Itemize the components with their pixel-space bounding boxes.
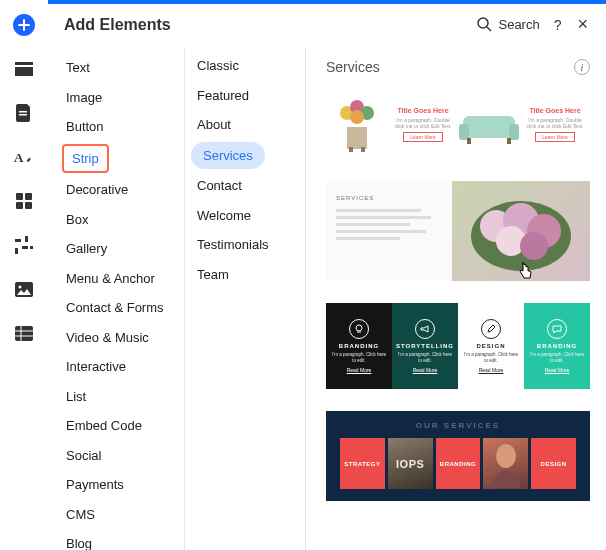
element-type-item[interactable]: Image <box>48 83 184 113</box>
paragraph: I'm a paragraph. Double click me or clic… <box>524 117 586 129</box>
title: Title Goes Here <box>397 107 448 114</box>
strip-category-item[interactable]: About <box>185 110 305 140</box>
chat-icon <box>547 319 567 339</box>
svg-rect-12 <box>15 326 33 341</box>
element-type-item[interactable]: Strip <box>62 144 109 174</box>
title: Title Goes Here <box>529 107 580 114</box>
svg-rect-4 <box>19 114 27 116</box>
placeholder-lines <box>336 209 442 240</box>
info-icon[interactable]: i <box>574 59 590 75</box>
element-type-item[interactable]: Menu & Anchor <box>48 264 184 294</box>
svg-point-11 <box>19 285 22 288</box>
strip-preview-4[interactable]: OUR SERVICES STRATEGY IOPS BRANDING DESI… <box>326 411 590 501</box>
element-type-item[interactable]: Decorative <box>48 175 184 205</box>
heading: OUR SERVICES <box>416 421 500 430</box>
link: Read More <box>413 367 438 373</box>
apps-icon[interactable] <box>13 190 35 212</box>
theme-icon[interactable]: A <box>13 146 35 168</box>
strip-category-item[interactable]: Testimonials <box>185 230 305 260</box>
tile-image: IOPS <box>388 438 433 489</box>
svg-point-38 <box>496 444 516 468</box>
svg-point-35 <box>520 232 548 260</box>
svg-rect-7 <box>25 193 32 200</box>
tile-image <box>483 438 528 489</box>
svg-point-36 <box>356 325 362 331</box>
element-type-list: TextImageButtonStripDecorativeBoxGallery… <box>48 47 184 550</box>
strip-preview-3[interactable]: BRANDING I'm a paragraph. Click here to … <box>326 303 590 389</box>
pencil-icon <box>481 319 501 339</box>
link: Read More <box>479 367 504 373</box>
strip-preview-1[interactable]: Title Goes Here I'm a paragraph. Double … <box>326 89 590 159</box>
strip-category-item[interactable]: Services <box>191 142 265 170</box>
media-icon[interactable] <box>13 278 35 300</box>
svg-rect-29 <box>507 138 511 144</box>
link: Read More <box>347 367 372 373</box>
svg-rect-18 <box>347 127 367 149</box>
section-icon[interactable] <box>13 58 35 80</box>
label: SERVICES <box>336 195 442 201</box>
svg-rect-19 <box>349 147 353 152</box>
svg-text:A: A <box>14 150 24 165</box>
svg-point-24 <box>350 110 364 124</box>
svg-rect-1 <box>15 62 33 65</box>
element-type-item[interactable]: Embed Code <box>48 411 184 441</box>
element-type-item[interactable]: Video & Music <box>48 323 184 353</box>
button: Learn More <box>403 132 443 142</box>
strip-category-item[interactable]: Contact <box>185 171 305 201</box>
page-icon[interactable] <box>13 102 35 124</box>
text: I'm a paragraph. Click here to edit. <box>528 352 586 364</box>
svg-rect-27 <box>509 124 519 140</box>
close-button[interactable]: × <box>575 14 590 35</box>
svg-rect-3 <box>19 111 27 113</box>
add-elements-panel: Add Elements Search ? × TextImageButtonS… <box>48 0 606 550</box>
svg-rect-28 <box>467 138 471 144</box>
element-type-item[interactable]: Social <box>48 441 184 471</box>
preview-image <box>326 89 388 159</box>
strip-category-list: ClassicFeaturedAboutServicesContactWelco… <box>185 47 305 550</box>
element-type-item[interactable]: Box <box>48 205 184 235</box>
left-tool-rail: A <box>0 0 48 550</box>
strip-category-item[interactable]: Team <box>185 260 305 290</box>
add-icon[interactable] <box>13 14 35 36</box>
search-label: Search <box>498 17 539 32</box>
svg-rect-26 <box>459 124 469 140</box>
element-type-item[interactable]: Interactive <box>48 352 184 382</box>
search-button[interactable]: Search <box>477 17 539 32</box>
heading: DESIGN <box>477 343 506 349</box>
help-button[interactable]: ? <box>554 17 562 33</box>
svg-rect-25 <box>463 116 515 138</box>
preview-column: Services i Title Goes Here I'm a paragra… <box>306 47 606 550</box>
svg-point-16 <box>478 18 488 28</box>
text: I'm a paragraph. Click here to edit. <box>330 352 388 364</box>
svg-rect-2 <box>15 67 33 76</box>
heading: BRANDING <box>537 343 577 349</box>
heading: BRANDING <box>339 343 379 349</box>
element-type-item[interactable]: Gallery <box>48 234 184 264</box>
link: Read More <box>545 367 570 373</box>
svg-rect-6 <box>16 193 23 200</box>
element-type-item[interactable]: Button <box>48 112 184 142</box>
element-type-item[interactable]: Text <box>48 53 184 83</box>
svg-rect-8 <box>16 202 23 209</box>
element-type-item[interactable]: CMS <box>48 500 184 530</box>
element-type-item[interactable]: Contact & Forms <box>48 293 184 323</box>
lightbulb-icon <box>349 319 369 339</box>
panel-header: Add Elements Search ? × <box>48 4 606 47</box>
preview-image <box>452 181 590 281</box>
preview-heading: Services <box>326 59 380 75</box>
strip-category-item[interactable]: Welcome <box>185 201 305 231</box>
data-icon[interactable] <box>13 322 35 344</box>
heading: STORYTELLING <box>396 343 454 349</box>
tile: STRATEGY <box>340 438 385 489</box>
element-type-item[interactable]: Blog <box>48 529 184 550</box>
panel-title: Add Elements <box>64 16 171 34</box>
element-type-item[interactable]: Payments <box>48 470 184 500</box>
plugin-icon[interactable] <box>13 234 35 256</box>
strip-category-item[interactable]: Classic <box>185 51 305 81</box>
preview-image <box>458 89 520 159</box>
strip-category-item[interactable]: Featured <box>185 81 305 111</box>
element-type-item[interactable]: List <box>48 382 184 412</box>
tile: DESIGN <box>531 438 576 489</box>
strip-preview-2[interactable]: SERVICES <box>326 181 590 281</box>
megaphone-icon <box>415 319 435 339</box>
